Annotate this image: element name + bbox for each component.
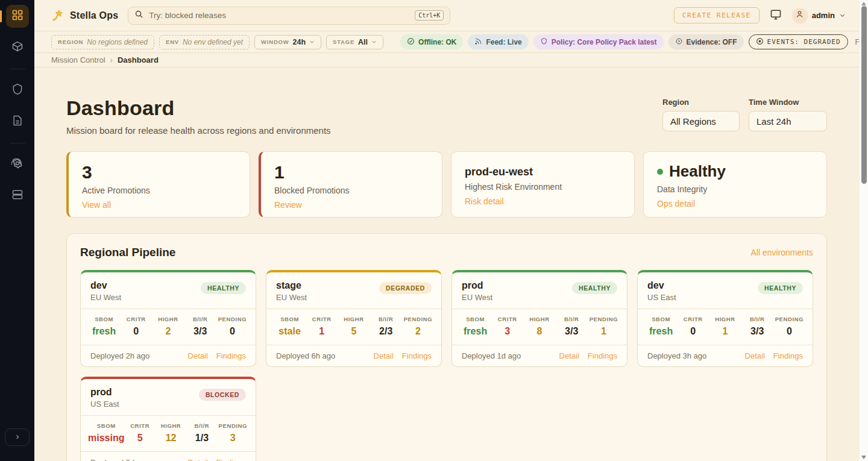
sidebar-item-dashboard[interactable] [6,5,29,28]
findings-link[interactable]: Findings [773,351,803,360]
view-all-link[interactable]: View all [82,200,111,210]
vertical-scrollbar[interactable] [859,0,868,461]
env-context-chip[interactable]: ENV No env defined yet [159,35,250,49]
feed-status-pill[interactable]: Feed: Live [468,34,528,49]
status-badge: BLOCKED [199,389,246,401]
deployed-text: Deployed 3h ago [647,351,706,360]
sidebar-collapse-button[interactable] [5,428,30,446]
offline-status-text: Offline: OK [418,38,456,46]
stat-value-sbom: fresh [88,326,120,337]
status-badge: HEALTHY [572,282,617,294]
findings-link[interactable]: Findings [216,351,246,360]
scrollbar-thumb[interactable] [861,6,867,184]
events-status-pill[interactable]: EVENTS: DEGRADED [749,34,848,49]
stat-value-highr: 5 [338,326,370,337]
stat-label-highr: HIGHR [523,316,555,322]
stat-label-highr: HIGHR [156,422,186,429]
offline-status-pill[interactable]: Offline: OK [400,34,463,49]
stat-value-highr: 12 [156,433,186,444]
findings-link[interactable]: Findings [216,458,246,461]
stat-value-bir: 3/3 [741,326,773,337]
region-filter-select[interactable]: All Regions [662,111,740,131]
server-stack-icon [11,189,24,203]
user-menu[interactable]: admin [792,8,846,24]
health-dot-icon [657,169,663,175]
breadcrumb-separator: › [110,55,113,64]
scroll-down-arrow-icon[interactable] [861,456,866,459]
stat-value-sbom: missing [88,433,124,444]
stat-value-bir: 2/3 [370,326,402,337]
stat-label-highr: HIGHR [709,316,741,322]
detail-link[interactable]: Detail [188,458,208,461]
detail-link[interactable]: Detail [374,351,394,360]
stat-value-highr: 8 [523,326,555,337]
ops-detail-link[interactable]: Ops detail [657,199,695,209]
pipeline-grid: dev EU West HEALTHY SBOMfresh CRITR0 HIG… [80,270,813,461]
breadcrumb: Mission Control › Dashboard [34,53,859,67]
findings-link[interactable]: Findings [588,351,617,360]
chevron-down-icon [839,12,846,19]
highest-risk-card: prod-eu-west Highest Risk Environment Ri… [451,151,635,218]
stat-value-pending: 1 [588,326,620,337]
window-dropdown[interactable]: WINDOW 24h [254,35,321,49]
risk-detail-link[interactable]: Risk detail [465,196,504,206]
regional-pipeline-panel: Regional Pipeline All environments dev E… [66,233,827,461]
display-mode-button[interactable] [770,8,782,22]
findings-link[interactable]: Findings [402,351,432,360]
region-filter-label: Region [662,98,740,107]
topbar-actions: CREATE RELEASE admin [674,7,846,24]
create-release-button[interactable]: CREATE RELEASE [674,7,760,24]
top-bar: Stella Ops Ctrl+K CREATE RELEASE [34,0,859,31]
detail-link[interactable]: Detail [188,351,208,360]
page-filters: Region All Regions Time Window Last 24h [662,96,827,131]
deployed-text: Deployed 2h ago [90,351,149,360]
stat-label-pending: PENDING [588,316,620,322]
stat-label-sbom: SBOM [645,316,677,322]
env-name: dev [90,280,121,291]
shield-x-icon [675,37,683,47]
settings-gear-icon [11,157,24,172]
stat-value-highr: 2 [152,326,184,337]
data-integrity-status: Healthy [669,162,726,181]
sidebar-item-packages[interactable] [6,36,29,59]
stage-chip-label: STAGE [333,39,354,45]
detail-link[interactable]: Detail [559,351,579,360]
pipeline-card-dev-eu-west: dev EU West HEALTHY SBOMfresh CRITR0 HIG… [80,270,256,367]
breadcrumb-dashboard: Dashboard [118,55,159,64]
breadcrumb-mission-control[interactable]: Mission Control [51,55,105,64]
stage-dropdown[interactable]: STAGE All [326,35,383,49]
stat-label-critr: CRITR [306,316,338,322]
sidebar-item-infrastructure[interactable] [6,184,29,207]
env-region: US East [647,293,676,302]
detail-link[interactable]: Detail [745,351,765,360]
global-search[interactable]: Ctrl+K [128,7,450,25]
highest-risk-value: prod-eu-west [465,162,621,178]
env-name: prod [90,387,119,398]
sidebar-item-documents[interactable] [6,110,29,133]
time-window-filter-select[interactable]: Last 24h [749,111,827,131]
stat-label-pending: PENDING [773,316,805,322]
avatar [792,8,808,24]
blocked-promotions-label: Blocked Promotions [274,186,429,195]
evidence-status-pill[interactable]: Evidence: OFF [668,34,744,49]
stat-value-sbom: fresh [645,326,677,337]
search-input[interactable] [149,11,409,20]
status-badge: DEGRADED [379,282,432,294]
policy-status-pill[interactable]: Policy: Core Policy Pack latest [533,34,664,49]
env-region: EU West [276,293,307,302]
stat-label-pending: PENDING [218,422,248,429]
regional-pipeline-title: Regional Pipeline [80,246,175,259]
comet-logo-icon [51,9,64,22]
sidebar-item-security[interactable] [6,79,29,102]
scroll-up-arrow-icon[interactable] [861,2,866,5]
shield-icon [11,83,24,98]
stat-label-bir: B/I/R [184,316,216,322]
region-context-chip[interactable]: REGION No regions defined [51,35,154,49]
stat-value-bir: 3/3 [556,326,588,337]
sidebar-item-settings[interactable] [6,153,29,176]
all-environments-link[interactable]: All environments [751,248,814,257]
package-cube-icon [11,40,24,55]
status-badge: HEALTHY [201,282,246,294]
brand[interactable]: Stella Ops [51,9,118,22]
review-link[interactable]: Review [274,200,302,210]
